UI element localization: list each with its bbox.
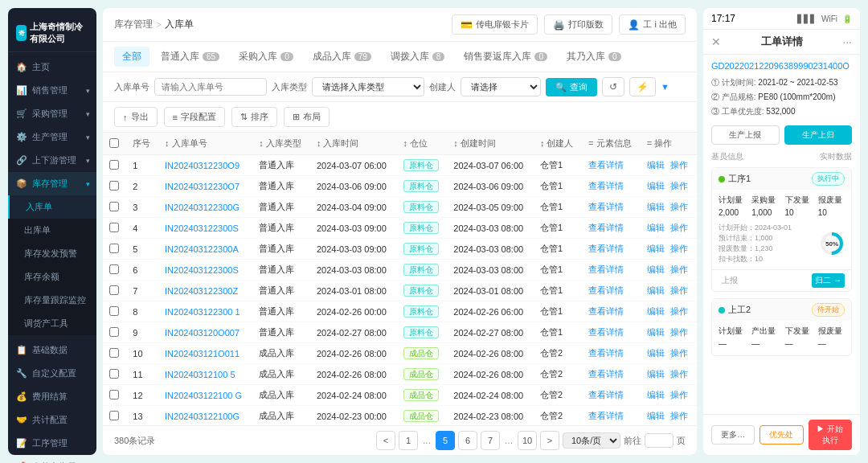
sidebar-item-basic[interactable]: 📋 基础数据 <box>8 338 96 362</box>
sidebar-item-auto-config[interactable]: 🔧 自定义配置 <box>8 362 96 385</box>
edit-link[interactable]: 编辑 <box>647 160 665 170</box>
sidebar-item-sales[interactable]: 📊 销售管理 <box>8 79 96 102</box>
jump-input[interactable] <box>645 433 674 448</box>
more-filter-toggle[interactable]: ▼ <box>661 82 669 92</box>
row-checkbox[interactable] <box>109 181 119 191</box>
page-5-button[interactable]: 5 <box>436 431 455 450</box>
edit-link[interactable]: 编辑 <box>647 348 665 358</box>
detail-link[interactable]: 查看详情 <box>588 348 624 358</box>
sidebar-item-inventory[interactable]: 📦 库存管理 <box>8 172 96 195</box>
sidebar-sub-item-stock-monitor[interactable]: 库存量跟踪监控 <box>8 289 96 312</box>
row-checkbox[interactable] <box>109 327 119 337</box>
rp-close-button[interactable]: ✕ <box>711 35 721 48</box>
more-action-button[interactable]: 更多… <box>711 425 755 445</box>
rp-more-button[interactable]: ··· <box>842 35 852 48</box>
produce-report-button[interactable]: 生产上报 <box>711 125 780 145</box>
export-button[interactable]: ↑ 导出 <box>114 107 158 127</box>
tab-finished-in[interactable]: 成品入库 79 <box>305 47 379 67</box>
action-link[interactable]: 操作 <box>670 160 688 170</box>
action-link[interactable]: 操作 <box>670 390 688 399</box>
row-checkbox[interactable] <box>109 160 119 170</box>
detail-link[interactable]: 查看详情 <box>588 202 624 211</box>
action-link[interactable]: 操作 <box>670 348 688 358</box>
edit-link[interactable]: 编辑 <box>647 264 665 274</box>
creator-select[interactable]: 请选择 <box>461 77 541 96</box>
next-page-button[interactable]: > <box>540 431 559 450</box>
detail-link[interactable]: 查看详情 <box>588 306 624 316</box>
action-link[interactable]: 操作 <box>670 327 688 337</box>
cell-detail[interactable]: 查看详情 <box>582 260 641 281</box>
sort-button[interactable]: ⇅ 排序 <box>231 107 277 127</box>
field-config-button[interactable]: ≡ 字段配置 <box>164 107 225 127</box>
cell-detail[interactable]: 查看详情 <box>582 197 641 218</box>
cell-detail[interactable]: 查看详情 <box>582 281 641 301</box>
action-link[interactable]: 操作 <box>670 223 688 232</box>
sidebar-item-home[interactable]: 🏠 主页 <box>8 55 96 79</box>
sidebar-item-upstream[interactable]: 🔗 上下游管理 <box>8 149 96 172</box>
sidebar-sub-item-inbound[interactable]: 入库单 <box>8 195 96 219</box>
detail-link[interactable]: 查看详情 <box>588 285 624 295</box>
cell-detail[interactable]: 查看详情 <box>582 406 641 426</box>
detail-link[interactable]: 查看详情 <box>588 411 624 420</box>
type-select[interactable]: 请选择入库类型 <box>312 77 424 96</box>
cell-detail[interactable]: 查看详情 <box>582 364 641 385</box>
more-filter-button[interactable]: ⚡ <box>629 77 656 96</box>
sidebar-sub-item-current-stock[interactable]: 库存余额 <box>8 265 96 289</box>
action-link[interactable]: 操作 <box>670 411 688 420</box>
priority-button[interactable]: 优先处 <box>760 425 803 445</box>
page-6-button[interactable]: 6 <box>458 431 477 450</box>
print-button[interactable]: 🖨️ 打印版数 <box>544 14 612 35</box>
sidebar-sub-item-outbound[interactable]: 出库单 <box>8 219 96 242</box>
prev-page-button[interactable]: < <box>376 431 395 450</box>
order-no-input[interactable] <box>154 78 267 96</box>
cell-detail[interactable]: 查看详情 <box>582 155 641 176</box>
cell-detail[interactable]: 查看详情 <box>582 343 641 364</box>
edit-link[interactable]: 编辑 <box>647 369 665 379</box>
page-7-button[interactable]: 7 <box>481 431 500 450</box>
detail-link[interactable]: 查看详情 <box>588 223 624 232</box>
cell-detail[interactable]: 查看详情 <box>582 176 641 197</box>
detail-link[interactable]: 查看详情 <box>588 181 624 191</box>
step-1-report-btn[interactable]: 上报 <box>719 273 741 288</box>
cell-detail[interactable]: 查看详情 <box>582 322 641 343</box>
row-checkbox[interactable] <box>109 306 119 316</box>
action-link[interactable]: 操作 <box>670 306 688 316</box>
action-link[interactable]: 操作 <box>670 202 688 211</box>
sidebar-sub-item-transfer[interactable]: 调货产工具 <box>8 312 96 335</box>
layout-button[interactable]: ⊞ 布局 <box>284 107 330 127</box>
edit-link[interactable]: 编辑 <box>647 223 665 232</box>
action-link[interactable]: 操作 <box>670 181 688 191</box>
detail-link[interactable]: 查看详情 <box>588 244 624 253</box>
detail-link[interactable]: 查看详情 <box>588 369 624 379</box>
edit-link[interactable]: 编辑 <box>647 411 665 420</box>
detail-link[interactable]: 查看详情 <box>588 160 624 170</box>
action-link[interactable]: 操作 <box>670 264 688 274</box>
search-button[interactable]: 🔍 查询 <box>546 78 597 96</box>
edit-link[interactable]: 编辑 <box>647 244 665 253</box>
action-link[interactable]: 操作 <box>670 244 688 253</box>
edit-link[interactable]: 编辑 <box>647 390 665 399</box>
edit-link[interactable]: 编辑 <box>647 181 665 191</box>
rp-order-id[interactable]: GD202202122096389990231400O <box>711 61 852 71</box>
execute-button[interactable]: ▶ 开始执行 <box>809 420 852 450</box>
cell-detail[interactable]: 查看详情 <box>582 218 641 239</box>
sidebar-item-purchase[interactable]: 🛒 采购管理 <box>8 102 96 125</box>
detail-link[interactable]: 查看详情 <box>588 390 624 399</box>
row-checkbox[interactable] <box>109 223 119 232</box>
action-link[interactable]: 操作 <box>670 285 688 295</box>
sidebar-item-custom[interactable]: 📌 自芝义告示 <box>8 455 96 463</box>
sidebar-item-supplier[interactable]: 🤝 共计配置 <box>8 408 96 432</box>
reset-button[interactable]: ↺ <box>602 77 624 96</box>
page-10-button[interactable]: 10 <box>518 431 537 450</box>
cell-detail[interactable]: 查看详情 <box>582 239 641 260</box>
sidebar-item-process[interactable]: 📝 工序管理 <box>8 432 96 455</box>
row-checkbox[interactable] <box>109 285 119 295</box>
step-1-next-btn[interactable]: 归二 → <box>812 273 845 288</box>
detail-link[interactable]: 查看详情 <box>588 264 624 274</box>
sidebar-item-finance[interactable]: 💰 费用结算 <box>8 385 96 408</box>
tab-adjust-in[interactable]: 调拨入库 8 <box>383 47 453 67</box>
row-checkbox[interactable] <box>109 202 119 211</box>
tab-return-in[interactable]: 销售要返库入库 0 <box>456 47 555 67</box>
cell-detail[interactable]: 查看详情 <box>582 385 641 406</box>
user-button[interactable]: 👤 工 i 出他 <box>619 14 686 35</box>
